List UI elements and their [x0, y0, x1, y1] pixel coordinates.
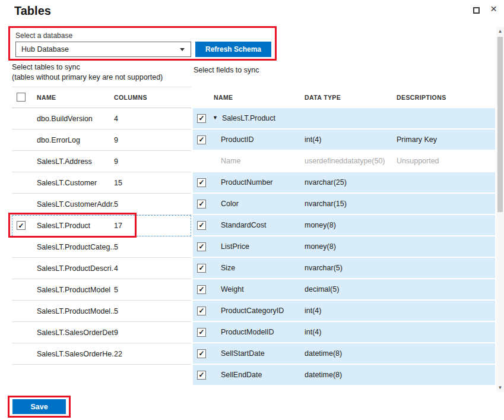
chevron-down-icon [180, 48, 185, 51]
table-columns-count: 5 [114, 243, 191, 251]
tables-panel-title-line2: (tables without primary key are not supp… [12, 72, 163, 83]
field-row-checkbox[interactable]: ✓ [197, 242, 206, 251]
field-name: ProductNumber [221, 178, 305, 187]
field-row[interactable]: ✓ListPricemoney(8) [193, 236, 495, 257]
table-columns-count: 4 [114, 115, 191, 123]
database-select-label: Select a database [15, 31, 72, 40]
table-name: SalesLT.CustomerAddr... [37, 200, 114, 209]
field-row-checkbox[interactable]: ✓ [197, 328, 206, 337]
table-row[interactable]: SalesLT.Customer15 [12, 172, 191, 194]
field-name-text: ProductCategoryID [221, 307, 284, 315]
collapse-caret-icon[interactable]: ▼ [213, 115, 218, 121]
field-row-checkbox[interactable]: ✓ [197, 200, 206, 209]
table-row[interactable]: SalesLT.SalesOrderHe...22 [12, 343, 191, 365]
table-name: SalesLT.Address [37, 157, 114, 166]
field-description: Unsupported [397, 157, 495, 165]
field-row-checkbox[interactable]: ✓ [197, 114, 206, 123]
field-name-text: ListPrice [221, 242, 249, 251]
table-name: SalesLT.ProductModel... [37, 307, 114, 315]
field-row[interactable]: ✓ProductNumbernvarchar(25) [193, 172, 495, 192]
tables-table-header: NAME COLUMNS [12, 87, 191, 108]
fields-panel-title: Select fields to sync [194, 66, 259, 74]
tables-panel-title: Select tables to sync (tables without pr… [12, 62, 163, 83]
table-columns-count: 22 [114, 350, 191, 358]
field-row[interactable]: ✓SellEndDatedatetime(8) [193, 365, 495, 385]
table-columns-count: 9 [114, 157, 191, 166]
field-name: ▼SalesLT.Product [213, 114, 305, 122]
field-data-type: nvarchar(15) [305, 200, 397, 208]
field-row-checkbox[interactable]: ✓ [197, 307, 206, 315]
field-row[interactable]: ✓Colornvarchar(15) [193, 194, 495, 214]
field-row-checkbox[interactable]: ✓ [197, 221, 206, 230]
tables-list: dbo.BuildVersion4dbo.ErrorLog9SalesLT.Ad… [12, 108, 191, 365]
field-row-checkbox[interactable]: ✓ [197, 285, 206, 294]
table-row[interactable]: SalesLT.CustomerAddr...5 [12, 194, 191, 215]
scrollbar-thumb[interactable] [497, 37, 503, 212]
table-row[interactable]: SalesLT.ProductDescri...4 [12, 258, 191, 279]
save-button[interactable]: Save [12, 399, 66, 414]
tables-panel-title-line1: Select tables to sync [12, 62, 163, 72]
field-name: Color [221, 200, 305, 208]
table-columns-count: 5 [114, 307, 191, 315]
field-row[interactable]: ✓ProductCategoryIDint(4) [193, 301, 495, 321]
refresh-schema-button[interactable]: Refresh Schema [195, 42, 271, 57]
table-row[interactable]: SalesLT.SalesOrderDet...9 [12, 322, 191, 343]
field-row[interactable]: ✓ProductIDint(4)Primary Key [193, 130, 495, 150]
field-name-text: SellEndDate [221, 371, 262, 379]
field-row-checkbox[interactable]: ✓ [197, 371, 206, 380]
select-all-checkbox[interactable] [17, 93, 26, 102]
close-icon[interactable]: × [490, 2, 497, 16]
field-name: Size [221, 264, 305, 272]
table-columns-count: 9 [114, 329, 191, 337]
table-name: SalesLT.Product [37, 222, 114, 230]
field-row-checkbox[interactable]: ✓ [197, 349, 206, 358]
table-row[interactable]: SalesLT.ProductModel5 [12, 279, 191, 301]
field-name: Name [221, 157, 305, 165]
scroll-down-icon[interactable]: ▼ [496, 385, 504, 390]
table-row[interactable]: ✓SalesLT.Product17 [12, 215, 191, 236]
database-dropdown-value: Hub Database [21, 45, 69, 53]
field-data-type: datetime(8) [305, 371, 397, 379]
field-row[interactable]: Nameuserdefineddatatype(50)Unsupported [193, 151, 495, 171]
field-row[interactable]: ✓Weightdecimal(5) [193, 279, 495, 299]
table-name: SalesLT.Customer [37, 179, 114, 187]
field-description: Primary Key [397, 135, 495, 144]
field-name-text: Size [221, 264, 235, 272]
field-data-type: int(4) [305, 307, 397, 315]
field-name-text: ProductModelID [221, 328, 274, 336]
page-title: Tables [14, 4, 51, 18]
field-name: StandardCost [221, 221, 305, 229]
field-name: SellEndDate [221, 371, 305, 379]
field-data-type: decimal(5) [305, 285, 397, 293]
tables-blade: Tables × Select a database Hub Database … [0, 0, 504, 420]
table-name: SalesLT.SalesOrderDet... [37, 329, 114, 337]
table-columns-count: 4 [114, 264, 191, 273]
field-row[interactable]: ✓SellStartDatedatetime(8) [193, 343, 495, 364]
field-row[interactable]: ✓Sizenvarchar(5) [193, 258, 495, 278]
table-row[interactable]: SalesLT.ProductModel...5 [12, 301, 191, 322]
field-data-type: nvarchar(25) [305, 178, 397, 187]
field-row-checkbox[interactable]: ✓ [197, 178, 206, 187]
field-row-checkbox[interactable]: ✓ [197, 135, 206, 144]
table-row[interactable]: dbo.BuildVersion4 [12, 108, 191, 130]
field-row[interactable]: ✓StandardCostmoney(8) [193, 215, 495, 235]
table-row[interactable]: SalesLT.ProductCateg...5 [12, 236, 191, 258]
scroll-up-icon[interactable]: ▲ [496, 29, 504, 34]
table-name: SalesLT.ProductCateg... [37, 243, 114, 251]
field-data-type: userdefineddatatype(50) [305, 157, 397, 165]
maximize-icon[interactable] [473, 7, 480, 14]
table-row[interactable]: dbo.ErrorLog9 [12, 130, 191, 151]
database-dropdown[interactable]: Hub Database [15, 42, 191, 57]
field-name: Weight [221, 285, 305, 293]
table-row-checkbox[interactable]: ✓ [17, 221, 26, 230]
field-name-text: SellStartDate [221, 349, 265, 358]
field-row[interactable]: ✓▼SalesLT.Product [193, 108, 495, 128]
field-name-text: Color [221, 200, 239, 208]
field-row-checkbox[interactable]: ✓ [197, 264, 206, 273]
field-row[interactable]: ✓ProductModelIDint(4) [193, 322, 495, 342]
tables-header-columns: COLUMNS [114, 94, 191, 101]
table-row[interactable]: SalesLT.Address9 [12, 151, 191, 172]
field-data-type: nvarchar(5) [305, 264, 397, 272]
field-name-text: ProductID [221, 135, 254, 144]
vertical-scrollbar[interactable]: ▲ ▼ [496, 27, 504, 392]
